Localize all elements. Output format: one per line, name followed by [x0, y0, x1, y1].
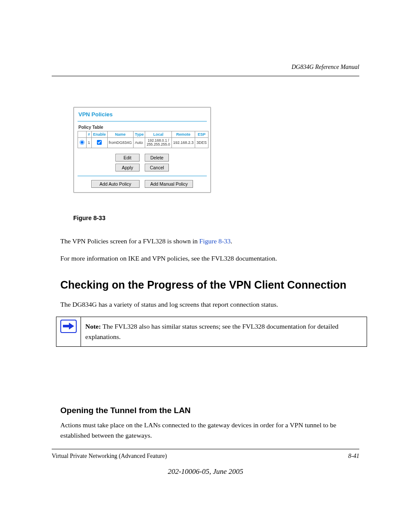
link-figure-8-33[interactable]: Figure 8-33	[199, 237, 231, 245]
col-select	[78, 131, 87, 138]
paragraph: Actions must take place on the LANs conn…	[60, 420, 359, 441]
row-idx: 1	[87, 138, 92, 148]
row-type: Auto	[134, 138, 145, 148]
footer-rule	[52, 449, 359, 449]
delete-button[interactable]: Delete	[145, 154, 169, 162]
footer-draft: 202-10006-05, June 2005	[52, 467, 359, 476]
col-idx: #	[87, 131, 92, 138]
paragraph: For more information on IKE and VPN poli…	[60, 253, 359, 264]
subsection-heading: Opening the Tunnel from the LAN	[60, 406, 359, 415]
row-select-radio[interactable]	[80, 140, 84, 145]
panel-separator	[78, 121, 207, 121]
edit-button[interactable]: Edit	[115, 154, 140, 162]
paragraph: The DG834G has a variety of status and l…	[60, 299, 359, 310]
policy-table-row: 1 fromDG834G Auto 192.168.0.1 / 255.255.…	[78, 138, 209, 148]
row-remote: 192.168.2.3	[171, 138, 195, 148]
col-local: Local	[145, 131, 171, 138]
svg-marker-0	[63, 323, 74, 330]
panel-separator	[78, 176, 207, 176]
section-heading: Checking on the Progress of the VPN Clie…	[60, 277, 359, 293]
panel-subtitle: Policy Table	[78, 125, 207, 130]
footer-left: Virtual Private Networking (Advanced Fea…	[52, 453, 167, 460]
col-esp: ESP	[195, 131, 209, 138]
row-local: 192.168.0.1 / 255.255.255.0	[145, 138, 171, 148]
figure-caption: Figure 8-33	[73, 215, 106, 221]
header-rule	[52, 76, 359, 76]
add-manual-policy-button[interactable]: Add Manual Policy	[145, 180, 193, 188]
cancel-button[interactable]: Cancel	[145, 164, 169, 171]
col-enable: Enable	[92, 131, 108, 138]
row-name: fromDG834G	[107, 138, 134, 148]
apply-button[interactable]: Apply	[115, 164, 140, 171]
row-esp: 3DES	[195, 138, 209, 148]
running-head: DG834G Reference Manual	[52, 64, 359, 71]
policy-table-header: # Enable Name Type Local Remote ESP	[78, 131, 209, 138]
col-type: Type	[134, 131, 145, 138]
arrow-right-icon	[60, 320, 77, 333]
note-box: Note: The FVL328 also has similar status…	[56, 317, 367, 347]
panel-title: VPN Policies	[78, 111, 207, 118]
policy-table: # Enable Name Type Local Remote ESP 1 fr…	[78, 131, 209, 148]
paragraph: The VPN Policies screen for a FVL328 is …	[60, 236, 359, 246]
row-enable-checkbox[interactable]	[97, 140, 102, 145]
note-text: Note: The FVL328 also has similar status…	[81, 317, 367, 346]
figure-vpn-policies: VPN Policies Policy Table # Enable Name …	[73, 107, 209, 193]
footer-right: 8-41	[348, 453, 359, 460]
add-auto-policy-button[interactable]: Add Auto Policy	[91, 180, 140, 188]
col-remote: Remote	[171, 131, 195, 138]
col-name: Name	[107, 131, 134, 138]
